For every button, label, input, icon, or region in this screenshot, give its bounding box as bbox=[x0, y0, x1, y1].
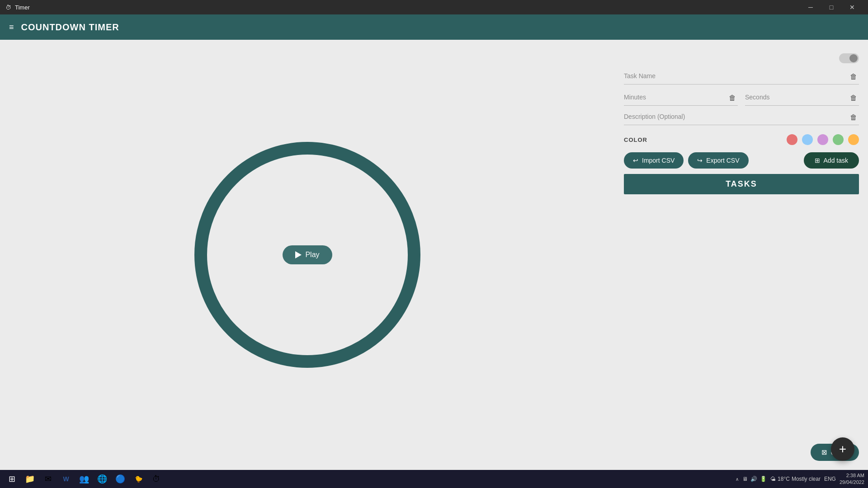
color-row: COLOR bbox=[624, 134, 859, 145]
play-button[interactable]: Play bbox=[283, 245, 332, 264]
import-csv-label: Import CSV bbox=[642, 157, 675, 164]
clock-date: 29/04/2022 bbox=[840, 479, 864, 486]
color-dots bbox=[787, 134, 859, 145]
seconds-field-container: 🗑 bbox=[745, 92, 859, 106]
taskbar-weather: 🌤 18°C Mostly clear bbox=[770, 476, 821, 482]
minimize-button[interactable]: ─ bbox=[800, 0, 821, 14]
title-bar-controls: ─ □ ✕ bbox=[800, 0, 863, 14]
taskbar-app-timer2[interactable]: ⏱ bbox=[148, 472, 165, 486]
app-header: ≡ COUNTDOWN TIMER bbox=[0, 14, 868, 40]
add-task-label: Add task bbox=[824, 157, 848, 164]
close-icon: ⊠ bbox=[821, 448, 827, 456]
fab-button[interactable]: + bbox=[831, 437, 854, 461]
color-dot-blue[interactable] bbox=[802, 134, 813, 145]
time-fields-row: 🗑 🗑 bbox=[624, 92, 859, 106]
taskbar-app-teams[interactable]: 👥 bbox=[76, 472, 92, 486]
taskbar: ⊞ 📁 ✉ W 👥 🌐 🔵 🐤 ⏱ ∧ 🖥 🔊 🔋 🌤 18°C Mostly … bbox=[0, 470, 868, 488]
minutes-delete-button[interactable]: 🗑 bbox=[727, 94, 738, 103]
description-input[interactable] bbox=[624, 111, 846, 122]
color-dot-green[interactable] bbox=[833, 134, 844, 145]
taskbar-app-vscode[interactable]: 🔵 bbox=[112, 472, 128, 486]
title-bar-left: ⏱ Timer bbox=[5, 4, 30, 11]
taskbar-caret-icon[interactable]: ∧ bbox=[736, 477, 739, 482]
seconds-input[interactable] bbox=[745, 92, 846, 103]
start-button[interactable]: ⊞ bbox=[4, 472, 20, 486]
close-window-button[interactable]: ✕ bbox=[842, 0, 863, 14]
taskbar-right: ∧ 🖥 🔊 🔋 🌤 18°C Mostly clear ENG 2:38 AM … bbox=[736, 472, 864, 486]
description-delete-button[interactable]: 🗑 bbox=[848, 113, 859, 122]
task-name-row: 🗑 bbox=[624, 70, 859, 84]
taskbar-app-files[interactable]: 📁 bbox=[22, 472, 38, 486]
toggle-row bbox=[624, 53, 859, 63]
tasks-header: TASKS bbox=[624, 174, 859, 194]
timer-circle: Play bbox=[194, 142, 420, 368]
app-title: COUNTDOWN TIMER bbox=[21, 22, 119, 33]
export-csv-label: Export CSV bbox=[706, 157, 739, 164]
task-panel: 🗑 🗑 🗑 🗑 COLOR bbox=[624, 49, 859, 461]
color-dot-orange[interactable] bbox=[848, 134, 859, 145]
task-name-delete-button[interactable]: 🗑 bbox=[848, 72, 859, 81]
task-name-input[interactable] bbox=[624, 70, 846, 81]
maximize-button[interactable]: □ bbox=[821, 0, 842, 14]
color-dot-purple[interactable] bbox=[817, 134, 828, 145]
temperature: 18°C bbox=[778, 476, 790, 482]
hamburger-menu-icon[interactable]: ≡ bbox=[9, 23, 14, 32]
timer-circle-container: Play bbox=[194, 142, 420, 368]
export-csv-button[interactable]: ↪ Export CSV bbox=[688, 152, 748, 169]
taskbar-app-mail[interactable]: ✉ bbox=[40, 472, 56, 486]
color-label: COLOR bbox=[624, 136, 647, 143]
language-label: ENG bbox=[824, 476, 836, 482]
windows-icon: ⊞ bbox=[9, 474, 15, 484]
add-task-icon: ⊞ bbox=[815, 157, 820, 164]
taskbar-app-word[interactable]: W bbox=[58, 472, 74, 486]
volume-icon: 🔊 bbox=[750, 476, 757, 482]
taskbar-clock: 2:38 AM 29/04/2022 bbox=[840, 472, 864, 486]
export-icon: ↪ bbox=[697, 157, 703, 164]
minutes-field-container: 🗑 bbox=[624, 92, 738, 106]
import-icon: ↩ bbox=[633, 157, 638, 164]
seconds-delete-button[interactable]: 🗑 bbox=[848, 94, 859, 103]
clock-time: 2:38 AM bbox=[840, 472, 864, 479]
network-icon: 🖥 bbox=[742, 476, 748, 482]
color-dot-red[interactable] bbox=[787, 134, 797, 145]
taskbar-app-timer1[interactable]: 🐤 bbox=[130, 472, 146, 486]
battery-icon: 🔋 bbox=[760, 476, 767, 482]
timer-section: Play bbox=[9, 49, 606, 461]
add-task-button[interactable]: ⊞ Add task bbox=[804, 152, 859, 169]
toggle-switch[interactable] bbox=[839, 53, 859, 63]
weather-icon: 🌤 bbox=[770, 476, 776, 482]
app-icon: ⏱ bbox=[5, 4, 11, 11]
window-title: Timer bbox=[15, 4, 30, 11]
close-btn-row: ⊠ Close bbox=[624, 435, 859, 461]
main-content: Play 🗑 🗑 🗑 � bbox=[0, 40, 868, 470]
minutes-input[interactable] bbox=[624, 92, 725, 103]
weather-desc: Mostly clear bbox=[792, 476, 821, 482]
action-buttons: ↩ Import CSV ↪ Export CSV ⊞ Add task bbox=[624, 152, 859, 169]
play-icon bbox=[295, 251, 302, 258]
description-row: 🗑 bbox=[624, 111, 859, 125]
title-bar: ⏱ Timer ─ □ ✕ bbox=[0, 0, 868, 14]
taskbar-app-chrome[interactable]: 🌐 bbox=[94, 472, 110, 486]
import-csv-button[interactable]: ↩ Import CSV bbox=[624, 152, 684, 169]
taskbar-systray: 🖥 🔊 🔋 bbox=[742, 476, 767, 482]
play-label: Play bbox=[305, 251, 319, 259]
